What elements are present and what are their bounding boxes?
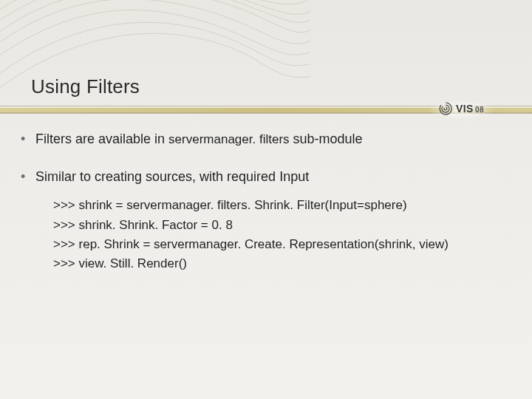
slide: Using Filters VIS08 • Filters are availa…: [0, 0, 532, 399]
code-prompt: >>>: [53, 256, 79, 270]
code-text: shrink = servermanager. filters. Shrink.…: [79, 198, 407, 212]
slide-body: • Filters are available in servermanager…: [21, 130, 511, 274]
code-block: >>> shrink = servermanager. filters. Shr…: [53, 196, 511, 273]
code-prompt: >>>: [53, 198, 79, 212]
bullet-item: • Filters are available in servermanager…: [21, 130, 511, 149]
code-text: rep. Shrink = servermanager. Create. Rep…: [79, 237, 449, 251]
bullet-text-code: servermanager. filters: [168, 132, 289, 146]
code-prompt: >>>: [53, 237, 79, 251]
logo-text: VIS: [456, 103, 474, 115]
bullet-text-post: sub-module: [290, 132, 363, 146]
slide-title: Using Filters: [31, 75, 140, 98]
logo-year: 08: [475, 106, 484, 114]
code-text: view. Still. Render(): [79, 256, 187, 270]
code-prompt: >>>: [53, 218, 79, 232]
code-line: >>> shrink = servermanager. filters. Shr…: [53, 196, 511, 215]
code-line: >>> shrink. Shrink. Factor = 0. 8: [53, 216, 511, 235]
logo-vis08: VIS08: [417, 96, 505, 121]
code-line: >>> rep. Shrink = servermanager. Create.…: [53, 235, 511, 254]
bullet-marker: •: [21, 130, 25, 148]
bullet-text-pre: Filters are available in: [35, 132, 168, 146]
logo-swirl-icon: [438, 101, 453, 116]
bullet-item: • Similar to creating sources, with requ…: [21, 168, 511, 185]
bullet-marker: •: [21, 168, 25, 185]
bullet-text-pre: Similar to creating sources, with requir…: [35, 169, 309, 184]
code-text: shrink. Shrink. Factor = 0. 8: [79, 218, 233, 232]
code-line: >>> view. Still. Render(): [53, 254, 511, 273]
